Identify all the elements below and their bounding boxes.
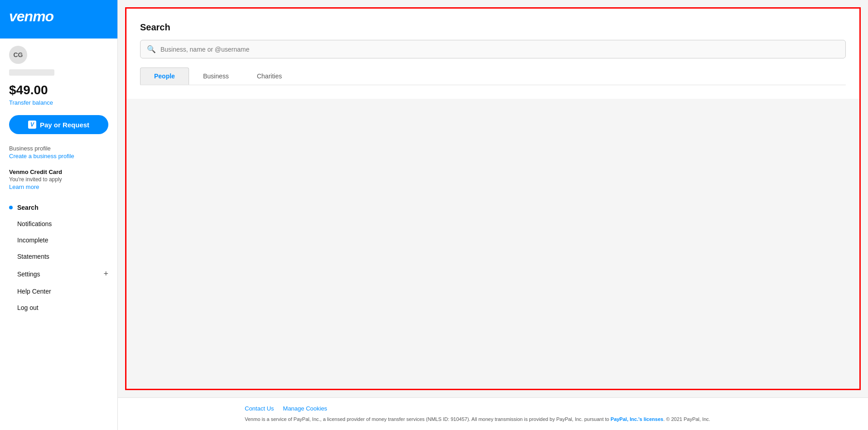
tab-charities-label: Charities [257,72,282,80]
search-results-area [126,99,859,389]
name-placeholder [9,69,54,76]
transfer-balance-link[interactable]: Transfer balance [9,99,108,106]
avatar: CG [9,46,27,64]
search-input[interactable] [160,46,839,53]
sidebar-item-label: Settings [17,271,40,278]
search-panel-inner: Search 🔍 People Business Charities [126,9,859,99]
no-dot [9,222,13,226]
no-dot [9,238,13,242]
balance-amount: $49.00 [9,83,108,97]
credit-card-subtitle: You're invited to apply [9,176,108,183]
venmo-logo: venmo [9,8,108,25]
sidebar-content: CG $49.00 Transfer balance V Pay or Requ… [0,39,117,430]
tab-business[interactable]: Business [189,68,243,85]
sidebar-item-statements[interactable]: Statements [9,248,108,265]
sidebar: venmo CG $49.00 Transfer balance V Pay o… [0,0,118,430]
pay-request-button[interactable]: V Pay or Request [9,115,108,134]
nav-menu: Search Notifications Incomplete Statemen… [9,199,108,316]
sidebar-item-logout[interactable]: Log out [9,300,108,316]
no-dot [9,255,13,258]
no-dot [9,272,13,276]
sidebar-item-help-center[interactable]: Help Center [9,283,108,300]
sidebar-item-label: Search [17,204,39,211]
sidebar-header: venmo [0,0,117,39]
venmo-v-icon: V [28,121,36,129]
settings-expand-icon: + [103,269,108,279]
search-icon: 🔍 [147,45,156,53]
tab-business-label: Business [203,72,229,80]
sidebar-item-search[interactable]: Search [9,199,108,216]
credit-card-title: Venmo Credit Card [9,169,108,175]
sidebar-item-notifications[interactable]: Notifications [9,216,108,232]
contact-us-link[interactable]: Contact Us [245,405,274,412]
tab-charities[interactable]: Charities [243,68,296,85]
sidebar-item-settings[interactable]: Settings + [9,265,108,283]
pay-request-label: Pay or Request [40,121,89,129]
sidebar-item-label: Notifications [17,220,52,227]
create-business-profile-link[interactable]: Create a business profile [9,153,108,159]
business-profile-section: Business profile Create a business profi… [9,145,108,159]
credit-card-section: Venmo Credit Card You're invited to appl… [9,169,108,190]
paypal-licenses-link[interactable]: PayPal, Inc.'s licenses [611,416,663,422]
footer-legal-text: Venmo is a service of PayPal, Inc., a li… [245,416,741,423]
learn-more-link[interactable]: Learn more [9,184,108,190]
sidebar-item-label: Help Center [17,288,51,295]
search-title: Search [140,22,846,33]
sidebar-item-label: Incomplete [17,237,48,244]
active-indicator [9,206,13,209]
manage-cookies-link[interactable]: Manage Cookies [283,405,327,412]
footer-legal-text-start: Venmo is a service of PayPal, Inc., a li… [245,416,611,422]
footer-legal-text-end: . © 2021 PayPal, Inc. [663,416,710,422]
no-dot [9,290,13,293]
tab-people-label: People [154,72,175,80]
main-content: Search 🔍 People Business Charities [118,0,868,430]
sidebar-item-label: Log out [17,304,39,311]
search-panel: Search 🔍 People Business Charities [125,7,861,390]
footer-links: Contact Us Manage Cookies [245,405,741,412]
search-tabs: People Business Charities [140,68,846,85]
no-dot [9,306,13,309]
business-profile-label: Business profile [9,145,108,152]
tab-people[interactable]: People [140,68,189,85]
sidebar-item-incomplete[interactable]: Incomplete [9,232,108,248]
search-input-wrapper: 🔍 [140,40,846,58]
sidebar-item-label: Statements [17,253,49,260]
footer: Contact Us Manage Cookies Venmo is a ser… [118,397,868,430]
